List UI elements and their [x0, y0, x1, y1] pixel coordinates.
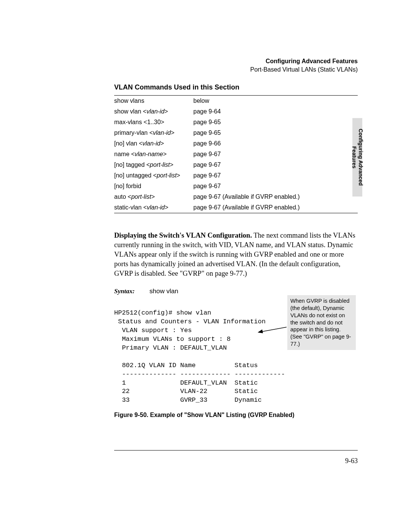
running-header: Configuring Advanced Features Port-Based… — [114, 57, 358, 73]
side-tab-label: Configuring Advanced Features — [351, 118, 364, 197]
header-title: Configuring Advanced Features — [114, 57, 358, 66]
section-title: VLAN Commands Used in this Section — [114, 83, 358, 91]
document-page: Configuring Advanced Features Port-Based… — [0, 0, 411, 532]
table-row: static-vlan <vlan-id>page 9-67 (Availabl… — [114, 202, 358, 213]
command-cell: max-vlans <1..30> — [114, 117, 193, 128]
command-table: show vlansbelowshow vlan <vlan-id>page 9… — [114, 95, 358, 213]
syntax-label: Syntax: — [114, 288, 148, 295]
table-row: [no] vlan <vlan-id>page 9-66 — [114, 138, 358, 149]
reference-cell: page 9-64 — [193, 106, 358, 117]
table-row: [no] untagged <port-list>page 9-67 — [114, 170, 358, 181]
svg-marker-1 — [258, 329, 263, 333]
para-lead: Displaying the Switch's VLAN Configurati… — [114, 232, 252, 239]
reference-cell: page 9-67 — [193, 160, 358, 170]
table-row: name <vlan-name>page 9-67 — [114, 149, 358, 160]
reference-cell: page 9-66 — [193, 138, 358, 149]
footer-rule — [114, 450, 358, 451]
command-cell: static-vlan <vlan-id> — [114, 202, 193, 213]
callout-arrow-icon — [257, 326, 287, 335]
table-row: primary-vlan <vlan-id>page 9-65 — [114, 128, 358, 138]
reference-cell: below — [193, 96, 358, 107]
callout-text: When GVRP is disabled (the default), Dyn… — [287, 295, 356, 350]
body-paragraph: Displaying the Switch's VLAN Configurati… — [114, 231, 358, 278]
command-cell: auto <port-list> — [114, 192, 193, 202]
command-cell: [no] vlan <vlan-id> — [114, 138, 193, 149]
command-cell: show vlan <vlan-id> — [114, 106, 193, 117]
command-cell: [no] untagged <port-list> — [114, 170, 193, 181]
figure-caption: Figure 9-50. Example of "Show VLAN" List… — [114, 412, 358, 419]
reference-cell: page 9-65 — [193, 128, 358, 138]
syntax-line: Syntax: show vlan — [114, 288, 358, 295]
table-row: show vlan <vlan-id>page 9-64 — [114, 106, 358, 117]
command-cell: show vlans — [114, 96, 193, 107]
table-row: [no] tagged <port-list>page 9-67 — [114, 160, 358, 170]
header-subtitle: Port-Based Virtual LANs (Static VLANs) — [114, 66, 358, 74]
command-cell: primary-vlan <vlan-id> — [114, 128, 193, 138]
table-row: max-vlans <1..30>page 9-65 — [114, 117, 358, 128]
reference-cell: page 9-67 — [193, 170, 358, 181]
reference-cell: page 9-67 (Available if GVRP enabled.) — [193, 192, 358, 202]
page-number: 9-63 — [345, 457, 358, 465]
table-row: show vlansbelow — [114, 96, 358, 107]
table-row: auto <port-list>page 9-67 (Available if … — [114, 192, 358, 202]
svg-line-0 — [261, 327, 287, 332]
callout-box: When GVRP is disabled (the default), Dyn… — [287, 295, 356, 350]
reference-cell: page 9-65 — [193, 117, 358, 128]
reference-cell: page 9-67 — [193, 181, 358, 192]
side-tab: Configuring Advanced Features — [352, 118, 362, 197]
command-cell: [no] forbid — [114, 181, 193, 192]
reference-cell: page 9-67 (Available if GVRP enabled.) — [193, 202, 358, 213]
table-row: [no] forbidpage 9-67 — [114, 181, 358, 192]
command-cell: [no] tagged <port-list> — [114, 160, 193, 170]
command-cell: name <vlan-name> — [114, 149, 193, 160]
syntax-command: show vlan — [150, 288, 178, 295]
reference-cell: page 9-67 — [193, 149, 358, 160]
